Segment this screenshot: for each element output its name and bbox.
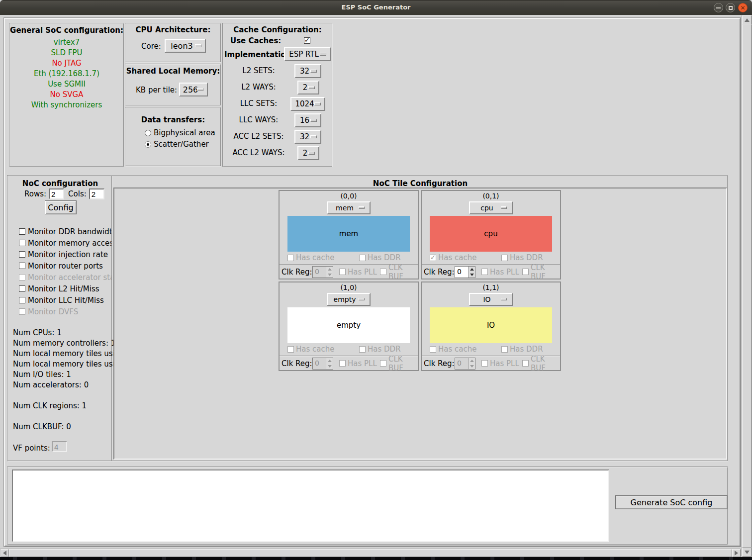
use-caches-checkbox[interactable] (304, 37, 310, 44)
tile-0-0-clk-buf-checkbox (380, 269, 386, 275)
tile-1-0-clk-buf-label: CLK BUF (388, 355, 418, 373)
monitor-ddr-bandwidth-label: Monitor DDR bandwidth (28, 227, 111, 236)
tile-1-0-has-ddr-label: Has DDR (368, 345, 401, 354)
kb-per-tile-select[interactable]: 256 (179, 83, 208, 96)
horizontal-scrollbar-thumb[interactable] (9, 549, 732, 557)
monitor-l2-hitmiss-checkbox[interactable] (19, 285, 25, 292)
monitor-injection-rate-checkbox[interactable] (19, 251, 25, 258)
horizontal-scrollbar[interactable] (0, 549, 741, 558)
llc-sets-select[interactable]: 1024 (290, 97, 325, 111)
spinner-arrows[interactable] (468, 267, 475, 278)
scatter-gather-radio[interactable] (145, 141, 151, 148)
tile-0-0-has-pll-label: Has PLL (348, 268, 377, 277)
stat-num-local-mem-1: Num local memory tiles using (13, 349, 124, 359)
dropdown-indicator-icon (310, 70, 317, 73)
maximize-button[interactable] (726, 3, 735, 12)
tile-1-0-coord: (1,0) (280, 283, 418, 291)
dropdown-indicator-icon (310, 135, 317, 138)
output-console[interactable] (12, 469, 609, 542)
close-button[interactable]: ✕ (738, 3, 748, 12)
general-item-sgmii: Use SGMII (10, 79, 123, 90)
monitor-router-ports-row: Monitor router ports (19, 260, 111, 272)
tile-0-1-clk-buf-label: CLK BUF (531, 263, 560, 281)
vertical-scrollbar[interactable] (742, 15, 752, 557)
tile-1-0-canvas[interactable]: empty (287, 307, 410, 343)
scroll-up-button[interactable] (742, 15, 752, 24)
monitor-ddr-bandwidth-checkbox[interactable] (19, 228, 25, 235)
tile-0-1-type-select[interactable]: cpu (469, 201, 513, 214)
main-panel: General SoC configuration: virtex7 SLD F… (4, 18, 741, 547)
vertical-scrollbar-thumb[interactable] (742, 24, 752, 548)
bigphysical-radio[interactable] (145, 130, 151, 136)
tile-0-0-clk-reg-value: 0 (313, 267, 326, 278)
cache-config-title: Cache Configuration: (223, 24, 332, 34)
tile-0-1-has-cache-checkbox (430, 255, 436, 261)
core-select[interactable]: leon3 (165, 39, 206, 53)
config-button[interactable]: Config (45, 200, 77, 214)
minimize-button[interactable] (714, 3, 723, 12)
acc-l2-ways-select[interactable]: 2 (297, 146, 319, 160)
tile-0-0-type-select[interactable]: mem (327, 201, 371, 214)
monitor-router-ports-checkbox[interactable] (19, 263, 25, 269)
tile-0-0-has-ddr-checkbox (359, 255, 366, 261)
l2-ways-select[interactable]: 2 (297, 81, 319, 94)
tile-1-1-clk-row: Clk Reg: 0 Has PLL CLK BUF (422, 356, 560, 370)
tile-0-0-canvas[interactable]: mem (287, 216, 410, 252)
scroll-down-button[interactable] (742, 548, 752, 557)
tile-1-1-canvas-label: IO (487, 321, 495, 330)
tile-0-0-canvas-label: mem (339, 229, 358, 238)
tile-1-0-clk-reg-label: Clk Reg: (282, 359, 312, 368)
acc-l2-sets-select[interactable]: 32 (294, 130, 321, 144)
monitor-router-ports-label: Monitor router ports (28, 262, 103, 271)
spin-down-icon[interactable] (469, 272, 475, 278)
arrow-down-icon (745, 551, 750, 554)
general-item-svga: No SVGA (10, 90, 123, 100)
kb-per-tile-value: 256 (183, 85, 198, 94)
dropdown-indicator-icon (308, 152, 315, 155)
llc-ways-select[interactable]: 16 (294, 113, 321, 127)
scroll-left-button[interactable] (0, 549, 9, 557)
implementation-select[interactable]: ESP RTL (284, 47, 331, 61)
monitor-memory-access-checkbox[interactable] (19, 240, 25, 246)
monitor-llc-hitmiss-row: Monitor LLC Hit/Miss (19, 294, 111, 306)
noc-config-title: NoC configuration (8, 179, 112, 188)
generate-soc-config-button[interactable]: Generate SoC config (615, 495, 728, 509)
title-bar[interactable]: ESP SoC Generator ✕ (0, 0, 752, 15)
general-config-section: General SoC configuration: virtex7 SLD F… (9, 23, 124, 167)
l2-ways-value: 2 (303, 83, 308, 92)
tile-0-1-type-value: cpu (480, 204, 493, 212)
spin-down-icon (326, 364, 333, 369)
tile-1-1-type-select[interactable]: IO (469, 293, 513, 306)
monitor-injection-rate-label: Monitor injection rate (28, 250, 108, 259)
spin-up-icon[interactable] (469, 267, 475, 272)
tile-1-1-clk-buf-label: CLK BUF (531, 355, 560, 373)
dropdown-indicator-icon (320, 53, 326, 56)
tile-1-0-has-cache-label: Has cache (296, 345, 334, 354)
tile-0-0-coord: (0,0) (280, 192, 418, 200)
stat-num-local-mem-2: Num local memory tiles using (13, 359, 124, 370)
tile-0-1-clk-reg-spinbox[interactable]: 0 (455, 266, 475, 278)
tile-0-0-type-value: mem (336, 204, 354, 212)
monitor-llc-hitmiss-checkbox[interactable] (19, 297, 25, 303)
l2-sets-select[interactable]: 32 (294, 64, 321, 78)
close-icon: ✕ (740, 5, 745, 11)
scroll-right-button[interactable] (732, 549, 741, 557)
dropdown-indicator-icon (501, 298, 507, 300)
tile-0-1-canvas[interactable]: cpu (430, 216, 552, 252)
monitor-l2-hitmiss-label: Monitor L2 Hit/Miss (28, 284, 99, 293)
tile-0-0-has-cache-checkbox (287, 255, 294, 261)
tile-1-1-has-cache-checkbox (430, 346, 436, 353)
cache-config-section: Cache Configuration: Use Caches: Impleme… (222, 23, 333, 167)
cols-input[interactable] (89, 188, 104, 199)
tile-1-1-clk-reg-value: 0 (455, 358, 468, 369)
rows-input[interactable] (49, 188, 64, 199)
monitor-dvfs-checkbox (19, 308, 25, 315)
tile-1-1-canvas[interactable]: IO (430, 307, 552, 343)
tile-1-1-clk-buf-checkbox (522, 360, 529, 367)
noc-section: NoC configuration Rows: Cols: Config Mon… (7, 175, 728, 462)
tile-0-1: (0,1) cpu cpu Has cache Has DDR (421, 190, 561, 280)
tile-1-0-type-select[interactable]: empty (327, 293, 371, 306)
tile-1-0-canvas-label: empty (337, 321, 361, 330)
general-item-fpu: SLD FPU (10, 48, 123, 58)
rows-label: Rows: (24, 189, 46, 198)
